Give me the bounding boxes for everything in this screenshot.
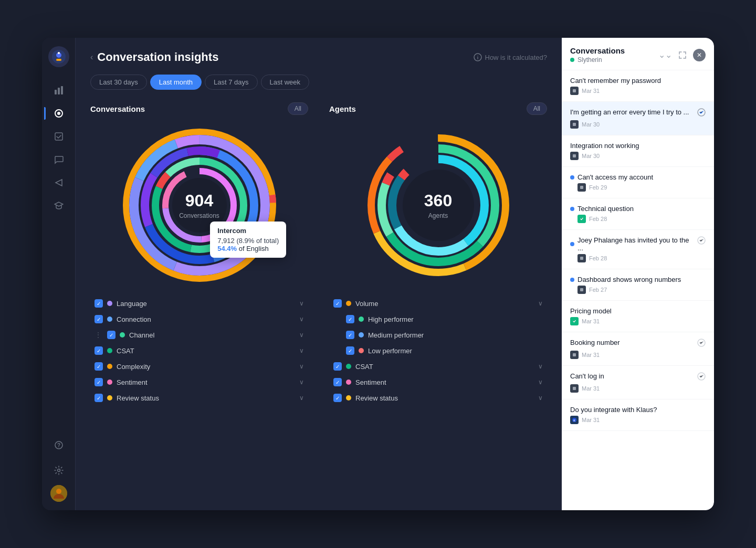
agents-legend-low-performer[interactable]: ✓ Low performer [329, 343, 547, 359]
conv-item-10[interactable]: Can't log in Mar 31 [562, 366, 714, 399]
conv-item-5[interactable]: Technical question Feb 28 [562, 198, 714, 230]
legend-expand-channel[interactable]: ∨ [299, 331, 304, 339]
legend-dot-csat [107, 348, 112, 353]
conv-item-4[interactable]: Can't access my account Feb 29 [562, 167, 714, 198]
svg-text:?: ? [57, 442, 60, 448]
legend-checkbox-connection[interactable]: ✓ [94, 315, 103, 323]
conv-item-2[interactable]: I'm getting an error every time I try to… [562, 102, 714, 135]
legend-expand-sentiment[interactable]: ∨ [299, 378, 304, 386]
agents-checkbox-csat[interactable]: ✓ [333, 362, 342, 371]
conv-item-9-icon [570, 351, 579, 359]
collapse-chevron[interactable]: ⌄⌄ [658, 50, 672, 60]
conv-item-8-meta: Mar 31 [570, 317, 706, 325]
sidebar-item-help[interactable]: ? [48, 435, 69, 456]
legend-expand-review-status[interactable]: ∨ [299, 394, 304, 402]
sidebar-item-settings[interactable] [48, 460, 69, 481]
conv-item-3[interactable]: Integration not working Mar 30 [562, 135, 714, 167]
agents-checkbox-low[interactable]: ✓ [346, 346, 354, 355]
agents-legend-volume[interactable]: ✓ Volume ∨ [329, 296, 547, 311]
legend-checkbox-sentiment[interactable]: ✓ [94, 378, 103, 386]
legend-channel[interactable]: ⋮ ✓ Channel ∨ [90, 327, 308, 343]
agents-checkbox-volume[interactable]: ✓ [333, 299, 342, 308]
agents-checkbox-sentiment[interactable]: ✓ [333, 378, 342, 386]
conv-item-10-title: Can't log in [570, 372, 694, 380]
conv-item-3-title: Integration not working [570, 142, 706, 150]
close-button[interactable]: ✕ [693, 49, 706, 61]
agents-legend-review-status[interactable]: ✓ Review status ∨ [329, 390, 547, 406]
conv-item-4-header: Can't access my account [570, 173, 706, 181]
sidebar: ? [42, 38, 76, 510]
agents-chart[interactable]: 360 Agents [329, 121, 547, 289]
conversations-chart[interactable]: 904 Conversations Intercom 7,912 (8.9% o… [90, 121, 308, 289]
legend-connection[interactable]: ✓ Connection ∨ [90, 311, 308, 327]
back-button[interactable]: ‹ [90, 52, 93, 62]
legend-checkbox-channel[interactable]: ✓ [107, 331, 116, 339]
legend-complexity[interactable]: ✓ Complexity ∨ [90, 359, 308, 374]
conv-item-7[interactable]: Dashboard shows wrong numbers Feb 27 [562, 269, 714, 301]
legend-expand-complexity[interactable]: ∨ [299, 363, 304, 370]
conv-item-11[interactable]: Do you integrate with Klaus? K Mar 31 [562, 399, 714, 431]
agents-legend-sentiment[interactable]: ✓ Sentiment ∨ [329, 374, 547, 390]
conv-item-3-meta: Mar 30 [570, 152, 706, 160]
agents-legend-medium-performer[interactable]: ✓ Medium performer [329, 327, 547, 343]
filter-last-7-days[interactable]: Last 7 days [205, 75, 258, 90]
charts-area: Conversations All [90, 102, 547, 498]
expand-button[interactable] [676, 49, 689, 61]
legend-sentiment[interactable]: ✓ Sentiment ∨ [90, 374, 308, 390]
conv-item-6-date: Feb 28 [589, 255, 607, 261]
agents-legend-csat[interactable]: ✓ CSAT ∨ [329, 359, 547, 374]
conv-item-6[interactable]: Joey Phalange has invited you to the ...… [562, 230, 714, 269]
legend-label-complexity: Complexity [117, 363, 295, 371]
legend-expand-language[interactable]: ∨ [299, 300, 304, 307]
sidebar-item-inbox[interactable] [48, 103, 69, 124]
legend-expand-csat[interactable]: ∨ [299, 347, 304, 354]
legend-language[interactable]: ✓ Language ∨ [90, 296, 308, 311]
agents-expand-review-status[interactable]: ∨ [538, 394, 543, 402]
sidebar-item-tasks[interactable] [48, 126, 69, 147]
legend-expand-connection[interactable]: ∨ [299, 315, 304, 323]
conv-item-9-meta: Mar 31 [570, 351, 706, 359]
conv-item-5-icon [578, 215, 586, 223]
legend-label-csat: CSAT [117, 347, 295, 355]
svg-point-49 [403, 170, 474, 241]
agents-checkbox-high[interactable]: ✓ [346, 315, 354, 323]
sidebar-item-academy[interactable] [48, 195, 69, 216]
agents-filter-btn[interactable]: All [527, 102, 547, 115]
agents-expand-sentiment[interactable]: ∨ [538, 378, 543, 386]
legend-checkbox-csat[interactable]: ✓ [94, 346, 103, 355]
agents-expand-csat[interactable]: ∨ [538, 363, 543, 370]
conv-item-2-icon [570, 120, 579, 129]
conversations-filter-btn[interactable]: All [288, 102, 308, 115]
sidebar-item-messages[interactable] [48, 149, 69, 170]
sidebar-item-campaigns[interactable] [48, 172, 69, 193]
svg-rect-5 [58, 88, 60, 94]
conv-item-9[interactable]: Booking number Mar 31 [562, 332, 714, 366]
how-calculated-link[interactable]: i How is it calculated? [474, 53, 548, 61]
filter-last-month[interactable]: Last month [150, 75, 202, 90]
conv-item-1[interactable]: Can't remember my password Mar 31 [562, 70, 714, 102]
legend-review-status[interactable]: ✓ Review status ∨ [90, 390, 308, 406]
agents-checkbox-medium[interactable]: ✓ [346, 331, 354, 339]
legend-checkbox-complexity[interactable]: ✓ [94, 362, 103, 371]
filter-last-30-days[interactable]: Last 30 days [90, 75, 147, 90]
agents-dot-sentiment [346, 380, 351, 385]
conv-item-3-header: Integration not working [570, 142, 706, 150]
legend-checkbox-review-status[interactable]: ✓ [94, 394, 103, 402]
filter-last-week[interactable]: Last week [261, 75, 310, 90]
panel-workspace: Slytherin [578, 56, 602, 64]
conv-item-6-header: Joey Phalange has invited you to the ... [570, 236, 706, 252]
legend-csat[interactable]: ✓ CSAT ∨ [90, 343, 308, 359]
agents-legend-high-performer[interactable]: ✓ High performer [329, 311, 547, 327]
conv-item-11-date: Mar 31 [582, 417, 600, 423]
user-avatar[interactable] [50, 485, 67, 502]
agents-expand-volume[interactable]: ∨ [538, 300, 543, 307]
legend-dot-language [107, 301, 112, 306]
legend-checkbox-language[interactable]: ✓ [94, 299, 103, 308]
conv-item-8[interactable]: Pricing model Mar 31 [562, 301, 714, 332]
agents-checkbox-review-status[interactable]: ✓ [333, 394, 342, 402]
agents-dot-volume [346, 301, 351, 306]
legend-dot-complexity [107, 364, 112, 369]
sidebar-item-analytics[interactable] [48, 80, 69, 101]
panel-title-area: Conversations Slytherin [570, 46, 625, 64]
conv-item-2-check [697, 108, 706, 118]
